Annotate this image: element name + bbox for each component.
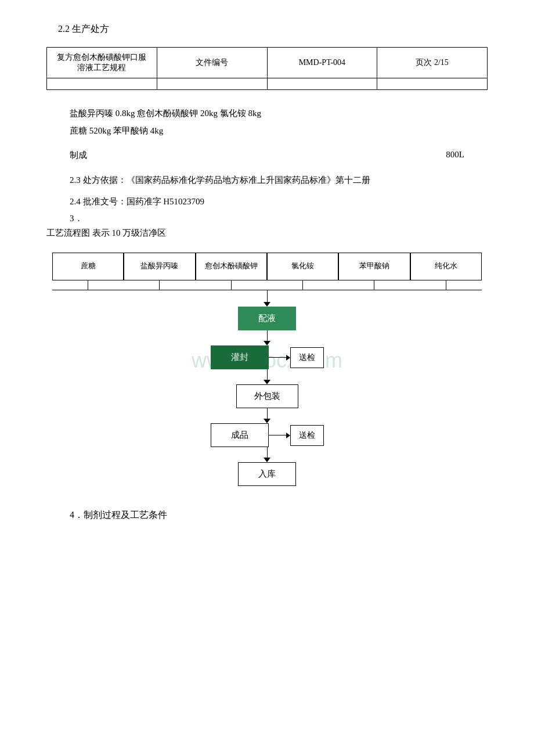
- arrow-right-1: [286, 355, 290, 361]
- flow-box-chengpin: 成品: [211, 423, 269, 447]
- side-box-songjian-2: 送检: [290, 425, 324, 446]
- rm-box-0: 蔗糖: [52, 253, 124, 280]
- doc-table-col3: 页次 2/15: [377, 48, 488, 78]
- section-3-desc: 工艺流程图 表示 10 万级洁净区: [46, 228, 488, 239]
- h-arrow-line-1: [269, 357, 286, 358]
- flow-center: 配液 灌封 送检 外包装 成品: [52, 302, 482, 486]
- formula-line2: 蔗糖 520kg 苯甲酸钠 4kg: [70, 122, 488, 139]
- flow-box-peiye: 配液: [238, 307, 296, 330]
- rm-item-5: 纯化水: [410, 253, 482, 280]
- rm-box-2: 愈创木酚磺酸钾: [196, 253, 267, 280]
- rm-item-2: 愈创木酚磺酸钾: [196, 253, 267, 280]
- side-arrow-1: 送检: [269, 347, 324, 368]
- doc-table-empty-1: [47, 78, 157, 90]
- raw-materials-row: 蔗糖 盐酸异丙嗪 愈创木酚磺酸钾 氯化铵 苯甲酸钠 纯化水: [52, 253, 482, 280]
- flow-row-chengpin: 成品 送检: [211, 423, 324, 447]
- raw-materials-container: 蔗糖 盐酸异丙嗪 愈创木酚磺酸钾 氯化铵 苯甲酸钠 纯化水: [52, 253, 482, 302]
- arrow-to-guanfeng: [264, 341, 270, 345]
- document-table: 复方愈创木酚磺酸钾口服溶液工艺规程 文件编号 MMD-PT-004 页次 2/1…: [46, 47, 488, 90]
- flow-box-waibaozhuang: 外包装: [236, 384, 298, 408]
- formula-line1: 盐酸异丙嗪 0.8kg 愈创木酚磺酸钾 20kg 氯化铵 8kg: [70, 105, 488, 122]
- section-2-3-content: 《国家药品标准化学药品地方标准上升国家药品标准》第十二册: [127, 175, 370, 185]
- arrow-to-waibaozhuang: [264, 380, 270, 384]
- vline-1: [267, 330, 268, 341]
- section-2-4: 2.4 批准文号：国药准字 H51023709: [70, 196, 488, 207]
- flow-box-ruku: 入库: [238, 462, 296, 486]
- side-arrow-2: 送检: [269, 425, 324, 446]
- rm-item-1: 盐酸异丙嗪: [124, 253, 195, 280]
- vline-3: [267, 408, 268, 419]
- vline-4: [267, 447, 268, 458]
- doc-table-col2-value: MMD-PT-004: [267, 48, 377, 78]
- doc-table-empty-3: [267, 78, 377, 90]
- zhicheng-label: 制成: [70, 150, 87, 161]
- section-2-3: 2.3 处方依据：《国家药品标准化学药品地方标准上升国家药品标准》第十二册: [70, 172, 488, 188]
- vline-2: [267, 369, 268, 380]
- rm-item-0: 蔗糖: [52, 253, 124, 280]
- rm-item-4: 苯甲酸钠: [338, 253, 410, 280]
- rm-box-3: 氯化铵: [267, 253, 338, 280]
- arrow-to-ruku: [264, 458, 270, 462]
- section-2-3-label: 2.3 处方依据：: [70, 175, 127, 185]
- rm-item-3: 氯化铵: [267, 253, 338, 280]
- doc-table-empty-2: [157, 78, 267, 90]
- rm-box-5: 纯化水: [410, 253, 482, 280]
- h-arrow-line-2: [269, 435, 286, 435]
- arrow-to-chengpin: [264, 419, 270, 423]
- rm-box-1: 盐酸异丙嗪: [124, 253, 195, 280]
- arrow-to-peiye: [264, 302, 270, 307]
- flow-box-guanfeng: 灌封: [211, 345, 269, 369]
- zhicheng-value: 800L: [446, 150, 464, 161]
- flow-diagram: 蔗糖 盐酸异丙嗪 愈创木酚磺酸钾 氯化铵 苯甲酸钠 纯化水: [46, 247, 488, 492]
- section-2-2-title: 2.2 生产处方: [58, 23, 488, 35]
- rm-box-4: 苯甲酸钠: [338, 253, 410, 280]
- doc-table-col1: 复方愈创木酚磺酸钾口服溶液工艺规程: [47, 48, 157, 78]
- doc-table-col2-label: 文件编号: [157, 48, 267, 78]
- arrow-right-2: [286, 433, 290, 438]
- section-4: 4．制剂过程及工艺条件: [70, 509, 488, 521]
- section-3-label: 3．: [70, 213, 488, 224]
- doc-table-empty-4: [377, 78, 488, 90]
- side-box-songjian-1: 送检: [290, 347, 324, 368]
- flow-row-guanfeng: 灌封 送检: [211, 345, 324, 369]
